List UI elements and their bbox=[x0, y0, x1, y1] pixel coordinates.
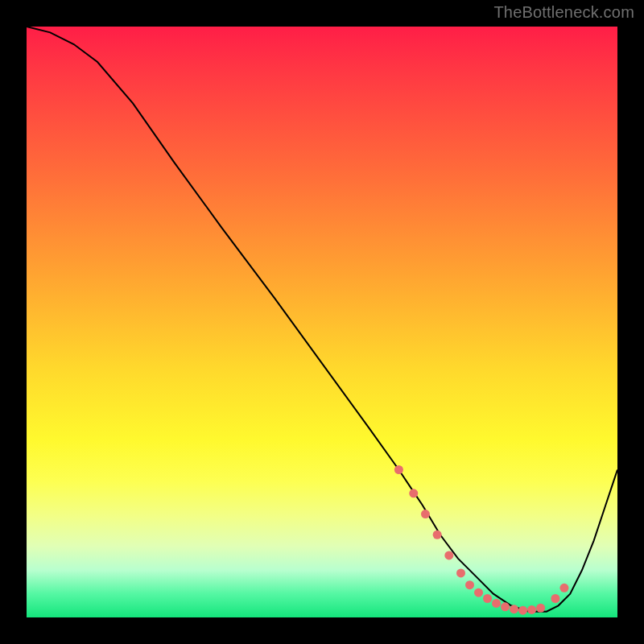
marker-dot bbox=[421, 510, 430, 518]
dotted-segment bbox=[394, 465, 569, 615]
marker-dot bbox=[492, 599, 501, 608]
marker-dot bbox=[465, 580, 474, 589]
chart-frame: TheBottleneck.com bbox=[0, 0, 644, 644]
chart-svg bbox=[27, 27, 617, 617]
marker-dot bbox=[456, 568, 465, 577]
marker-dot bbox=[433, 530, 442, 539]
marker-dot bbox=[474, 588, 483, 597]
marker-dot bbox=[409, 489, 418, 497]
marker-dot bbox=[483, 594, 492, 603]
marker-dot bbox=[559, 584, 568, 592]
marker-dot bbox=[394, 465, 403, 474]
marker-dot bbox=[527, 605, 536, 614]
watermark-text: TheBottleneck.com bbox=[493, 3, 634, 22]
curve-line bbox=[27, 27, 617, 612]
marker-dot bbox=[518, 606, 527, 615]
marker-dot bbox=[551, 594, 559, 603]
marker-dot bbox=[536, 604, 545, 613]
marker-dot bbox=[501, 602, 510, 611]
plot-area bbox=[27, 27, 617, 617]
marker-dot bbox=[444, 551, 453, 559]
marker-dot bbox=[510, 605, 518, 613]
